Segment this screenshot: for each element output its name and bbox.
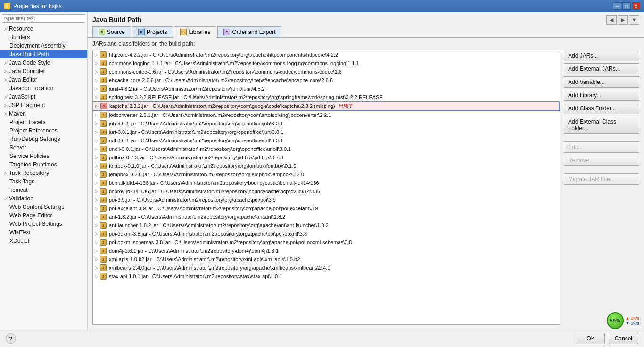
library-list[interactable]: ▷Jhttpcore-4.2.2.jar - C:\Users\Administ… [93,50,560,324]
library-list-item[interactable]: ▷Jpoi-3.9.jar - C:\Users\Administrator\.… [93,196,560,204]
tab-source[interactable]: S Source [92,26,131,37]
main-panel: ▷Jhttpcore-4.2.2.jar - C:\Users\Administ… [88,50,644,330]
sidebar-item-maven[interactable]: ▷ Maven [0,109,87,118]
sidebar-label-jcs: Java Code Style [9,59,50,66]
library-list-item[interactable]: ▷Jcommons-logging-1.1.1.jar - C:\Users\A… [93,59,560,67]
lib-item-text: poi-3.9.jar - C:\Users\Administrator\.m2… [109,197,276,203]
library-list-item[interactable]: ▷Jstax-api-1.0.1.jar - C:\Users\Administ… [93,272,560,281]
library-list-item[interactable]: ▷Jjempbox-0.2.0.jar - C:\Users\Administr… [93,170,560,179]
tab-libraries-label: Libraries [189,29,210,35]
sidebar-item-web-content[interactable]: Web Content Settings [0,203,87,211]
jar-icon: J [99,162,107,170]
sidebar-label-tomcat: Tomcat [9,187,28,193]
sidebar-label-project-facets: Project Facets [9,119,46,125]
tab-projects[interactable]: P Projects [132,26,173,37]
library-list-item[interactable]: ▷Jjodconverter-2.2.1.jar - C:\Users\Admi… [93,111,560,119]
tab-source-label: Source [107,29,125,35]
library-list-item[interactable]: ▷Jbcprov-jdk14-136.jar - C:\Users\Admini… [93,187,560,196]
add-class-folder-button[interactable]: Add Class Folder... [564,103,639,114]
lib-item-text: unoil-3.0.1.jar - C:\Users\Administrator… [109,146,291,152]
library-list-item[interactable]: ▷Jcommons-codec-1.6.jar - C:\Users\Admin… [93,67,560,76]
library-list-item[interactable]: ▷Jjuh-3.0.1.jar - C:\Users\Administrator… [93,119,560,128]
library-list-item[interactable]: ▷Jridl-3.0.1.jar - C:\Users\Administrato… [93,136,560,145]
sidebar-item-builders[interactable]: Builders [0,33,87,41]
sidebar-item-task-repo[interactable]: ▷ Task Repository [0,169,87,177]
sidebar-item-run-debug[interactable]: Run/Debug Settings [0,135,87,143]
sidebar-item-java-compiler[interactable]: ▷ Java Compiler [0,67,87,75]
page-title: Java Build Path [92,16,141,24]
sidebar-label-run-debug: Run/Debug Settings [9,136,60,142]
dialog-body: ▷ Resource Builders Deployment Assembly … [0,12,644,330]
add-external-class-folder-button[interactable]: Add External Class Folder... [564,116,639,134]
library-list-item[interactable]: ▷Jant-launcher-1.8.2.jar - C:\Users\Admi… [93,221,560,230]
library-list-item[interactable]: ▷Jxml-apis-1.0.b2.jar - C:\Users\Adminis… [93,255,560,264]
sidebar-item-java-build-path[interactable]: Java Build Path [0,50,87,58]
nav-forward-button[interactable]: ▶ [618,15,628,25]
lib-item-text: kaptcha-2.3.2.jar - C:\Users\Administrat… [109,103,335,109]
ok-button[interactable]: OK [577,333,604,344]
library-list-item[interactable]: ▷Jjunit-4.8.2.jar - C:\Users\Administrat… [93,84,560,93]
add-external-jars-button[interactable]: Add External JARs... [564,63,639,74]
library-list-item[interactable]: ▷Jfontbox-0.1.0.jar - C:\Users\Administr… [93,162,560,170]
sidebar-item-xdoclet[interactable]: XDoclet [0,237,87,245]
content-area: Java Build Path ◀ ▶ ▼ S Source P Project… [88,12,644,330]
remove-button[interactable]: Remove [564,155,639,166]
cancel-button[interactable]: Cancel [609,333,638,344]
sidebar-item-java-code-style[interactable]: ▷ Java Code Style [0,58,87,67]
sidebar-item-web-page-editor[interactable]: Web Page Editor [0,211,87,220]
help-button[interactable]: ? [6,333,16,344]
lib-item-text: ehcache-core-2.6.6.jar - C:\Users\Admini… [109,77,333,83]
close-button[interactable]: ✕ [632,2,640,10]
sidebar-item-javadoc[interactable]: Javadoc Location [0,84,87,92]
maximize-button[interactable]: □ [622,2,631,10]
library-list-item[interactable]: ▷Jbcmail-jdk14-136.jar - C:\Users\Admini… [93,179,560,187]
sidebar-item-project-facets[interactable]: Project Facets [0,118,87,126]
add-library-button[interactable]: Add Library... [564,90,639,101]
sidebar-item-project-references[interactable]: Project References [0,126,87,135]
sidebar-item-wikitext[interactable]: WikiText [0,228,87,237]
add-variable-button[interactable]: Add Variable... [564,76,639,88]
nav-back-button[interactable]: ◀ [606,15,617,25]
sidebar-item-validation[interactable]: ▷ Validation [0,194,87,203]
sidebar-item-targeted-runtimes[interactable]: Targeted Runtimes [0,160,87,169]
lib-item-text: xmlbeans-2.4.0.jar - C:\Users\Administra… [109,265,330,271]
sidebar-item-tomcat[interactable]: Tomcat [0,186,87,194]
library-list-item[interactable]: ▷Jdom4j-1.6.1.jar - C:\Users\Administrat… [93,247,560,255]
add-jars-button[interactable]: Add JARs... [564,50,639,61]
expand-arrow: ▷ [95,61,98,66]
sidebar-item-java-editor[interactable]: ▷ Java Editor [0,75,87,84]
sidebar-item-javascript[interactable]: ▷ JavaScript [0,92,87,101]
lib-item-text: commons-logging-1.1.1.jar - C:\Users\Adm… [109,60,359,66]
sidebar-item-web-project-settings[interactable]: Web Project Settings [0,220,87,228]
lib-item-text: pdfbox-0.7.3.jar - C:\Users\Administrato… [109,155,283,160]
library-list-item[interactable]: ▷Junoil-3.0.1.jar - C:\Users\Administrat… [93,145,560,153]
migrate-jar-button[interactable]: Migrate JAR File... [564,174,639,185]
library-list-item[interactable]: ▷Jpoi-ooxml-3.8.jar - C:\Users\Administr… [93,230,560,238]
filter-input[interactable] [2,14,85,23]
content-header: Java Build Path ◀ ▶ ▼ [88,12,644,26]
sidebar-item-resource[interactable]: ▷ Resource [0,25,87,33]
library-list-item[interactable]: ▷Jkaptcha-2.3.2.jar - C:\Users\Administr… [93,101,560,111]
library-list-item[interactable]: ▷Jehcache-core-2.6.6.jar - C:\Users\Admi… [93,76,560,84]
sidebar-label-web-content: Web Content Settings [9,204,65,210]
library-list-item[interactable]: ▷Jpoi-excelant-3.9.jar - C:\Users\Admini… [93,204,560,213]
sidebar-item-deployment-assembly[interactable]: Deployment Assembly [0,41,87,50]
sidebar-item-server[interactable]: Server [0,143,87,152]
library-list-item[interactable]: ▷Jpdfbox-0.7.3.jar - C:\Users\Administra… [93,153,560,162]
sidebar-label-wikitext: WikiText [9,229,31,236]
library-list-item[interactable]: ▷Jxmlbeans-2.4.0.jar - C:\Users\Administ… [93,264,560,272]
library-list-item[interactable]: ▷Jspring-test-3.2.2.RELEASE.jar - C:\Use… [93,93,560,101]
tab-order-export[interactable]: O Order and Export [217,26,281,37]
expand-arrow: ▷ [95,181,98,185]
library-list-item[interactable]: ▷Jjurt-3.0.1.jar - C:\Users\Administrato… [93,128,560,136]
nav-dropdown-button[interactable]: ▼ [629,15,639,25]
sidebar-item-service-policies[interactable]: Service Policies [0,152,87,160]
tab-libraries[interactable]: L Libraries [174,26,216,38]
sidebar-item-task-tags[interactable]: Task Tags [0,177,87,186]
minimize-button[interactable]: ─ [613,2,621,10]
edit-button[interactable]: Edit... [564,141,639,153]
sidebar-item-jsp[interactable]: ▷ JSP Fragment [0,101,87,109]
library-list-item[interactable]: ▷Jant-1.8.2.jar - C:\Users\Administrator… [93,213,560,221]
library-list-item[interactable]: ▷Jpoi-ooxml-schemas-3.8.jar - C:\Users\A… [93,238,560,247]
library-list-item[interactable]: ▷Jhttpcore-4.2.2.jar - C:\Users\Administ… [93,50,560,59]
